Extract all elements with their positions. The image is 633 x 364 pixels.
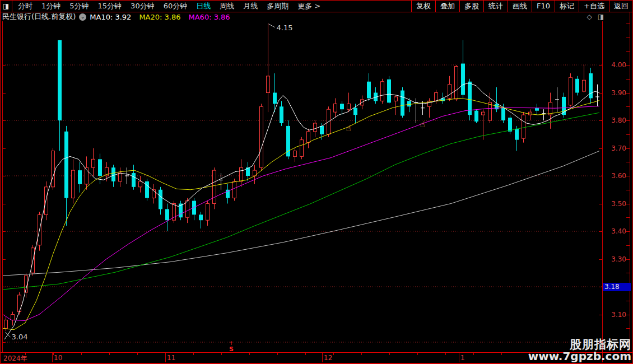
axis-left-tick <box>599 287 602 287</box>
stock-title: 民生银行(日线.前复权) <box>2 12 76 22</box>
time-axis-week-tick <box>221 353 222 355</box>
sell-signal-label: S <box>229 346 234 352</box>
toolbar-buttons: 复权叠加多股统计画线F10标记+自选返回 <box>411 0 633 12</box>
ma60-legend: MA60: 3.86 <box>189 13 230 21</box>
time-axis-week-tick <box>361 353 362 355</box>
chart-left-border <box>2 21 3 352</box>
price-axis-label-3.50: 3.50 <box>603 200 626 208</box>
menu-item-2[interactable]: 5分钟 <box>69 1 89 11</box>
watermark: 股朋指标网 www.7gpzb.com <box>528 339 631 362</box>
pane-icon[interactable]: ◨ <box>598 13 604 21</box>
chart-left-tick <box>3 176 6 176</box>
price-axis-label-3.90: 3.90 <box>603 89 626 97</box>
time-axis-week-tick <box>501 353 502 355</box>
svg-text:3.04: 3.04 <box>12 333 28 341</box>
axis-left-tick <box>599 259 602 260</box>
time-axis-week-tick <box>333 353 334 355</box>
menu-item-0[interactable]: 分时 <box>18 1 32 11</box>
time-axis-week-tick <box>165 353 166 355</box>
toolbar-button-5[interactable]: F10 <box>532 0 555 12</box>
toolbar-button-6[interactable]: 标记 <box>555 0 579 12</box>
price-axis-label-4.00: 4.00 <box>603 61 626 69</box>
time-axis-month-label-1: 1 <box>460 354 465 362</box>
menu-item-3[interactable]: 15分钟 <box>98 1 122 11</box>
title-bar-icons: ◇ ◨ <box>587 13 604 21</box>
time-axis-week-tick <box>305 353 306 355</box>
price-axis-label-3.30: 3.30 <box>603 255 626 263</box>
menu-item-8[interactable]: 月线 <box>243 1 258 11</box>
price-axis-label-3.10: 3.10 <box>603 311 626 319</box>
chart-left-tick <box>3 204 6 204</box>
price-axis-label-3.80: 3.80 <box>603 116 626 124</box>
menu-item-4[interactable]: 30分钟 <box>131 1 155 11</box>
title-bar: 民生银行(日线.前复权) ⌄ MA10: 3.92 MA20: 3.86 MA6… <box>0 12 633 21</box>
ma20-legend: MA20: 3.86 <box>139 13 180 21</box>
hand-signal-icon-0: ☝ <box>346 123 351 133</box>
menu-item-1[interactable]: 1分钟 <box>41 1 60 11</box>
toolbar-button-4[interactable]: 画线 <box>508 0 532 12</box>
diamond-icon[interactable]: ◇ <box>587 13 592 21</box>
axis-left-tick <box>599 231 602 232</box>
ma10-legend: MA10: 3.92 <box>90 13 131 21</box>
axis-left-tick <box>599 315 602 315</box>
period-menu-bar: ◨ 分时1分钟5分钟15分钟30分钟60分钟日线周线月线多周期更多 > 复权叠加… <box>0 0 633 12</box>
chart-left-tick <box>3 65 6 66</box>
price-axis-label-3.70: 3.70 <box>603 144 626 152</box>
toolbar-button-7[interactable]: +自选 <box>579 0 609 12</box>
axis-left-tick <box>599 148 602 149</box>
chart-left-tick <box>3 120 6 121</box>
chevron-down-icon[interactable]: ⌄ <box>79 13 86 21</box>
candlestick-chart-canvas[interactable]: 4.153.04☝☝↑S <box>3 21 602 352</box>
toolbar-button-1[interactable]: 叠加 <box>435 0 459 12</box>
watermark-site-name: 股朋指标网 <box>528 339 631 351</box>
chart-left-tick <box>3 231 6 232</box>
time-axis-month-label-10: 10 <box>54 354 62 362</box>
chart-left-tick <box>3 287 6 287</box>
time-axis-year-label: 2024年 <box>3 354 27 363</box>
time-axis-week-tick <box>25 353 26 355</box>
time-axis-week-tick <box>249 353 250 355</box>
chart-left-tick <box>3 148 6 149</box>
month-divider <box>459 353 459 362</box>
menu-item-9[interactable]: 多周期 <box>267 1 288 11</box>
price-axis-label-3.60: 3.60 <box>603 172 626 180</box>
menu-item-5[interactable]: 60分钟 <box>164 1 188 11</box>
chart-left-tick <box>3 93 6 94</box>
chart-left-tick <box>3 315 6 315</box>
month-divider <box>322 353 323 362</box>
month-divider <box>52 353 53 362</box>
svg-text:4.15: 4.15 <box>277 24 293 32</box>
chart-left-tick <box>3 342 6 343</box>
axis-left-tick <box>599 204 602 204</box>
time-axis-month-label-11: 11 <box>167 354 175 362</box>
time-axis-week-tick <box>81 353 82 355</box>
time-axis-week-tick <box>417 353 418 355</box>
chart-left-tick <box>3 259 6 260</box>
time-axis-week-tick <box>445 353 446 355</box>
time-axis-week-tick <box>109 353 110 355</box>
menu-item-10[interactable]: 更多 > <box>297 1 320 11</box>
toolbar-button-2[interactable]: 多股 <box>459 0 483 12</box>
time-axis-week-tick <box>53 353 54 355</box>
watermark-site-url: www.7gpzb.com <box>528 351 631 362</box>
axis-left-tick <box>599 176 602 176</box>
time-axis-week-tick <box>473 353 474 355</box>
time-axis-month-label-12: 12 <box>324 354 332 362</box>
last-price-tag: 3.18 <box>603 283 631 291</box>
price-axis-right-border <box>630 12 630 362</box>
toolbar-button-0[interactable]: 复权 <box>411 0 435 12</box>
price-axis: 4.003.903.803.703.603.503.403.303.10 <box>603 21 630 352</box>
window-layout-icon[interactable]: ◨ <box>0 0 12 12</box>
axis-left-tick <box>599 120 602 121</box>
toolbar-button-8[interactable]: 返回 <box>609 0 633 12</box>
menu-item-6[interactable]: 日线 <box>196 1 211 11</box>
axis-left-tick <box>599 93 602 94</box>
menu-item-7[interactable]: 周线 <box>220 1 234 11</box>
time-axis-week-tick <box>389 353 390 355</box>
time-axis-week-tick <box>277 353 278 355</box>
time-axis-week-tick <box>137 353 138 355</box>
hand-signal-icon-1: ☝ <box>420 119 425 129</box>
toolbar-button-3[interactable]: 统计 <box>483 0 508 12</box>
period-menu: 分时1分钟5分钟15分钟30分钟60分钟日线周线月线多周期更多 > <box>12 0 320 12</box>
axis-left-tick <box>599 65 602 66</box>
